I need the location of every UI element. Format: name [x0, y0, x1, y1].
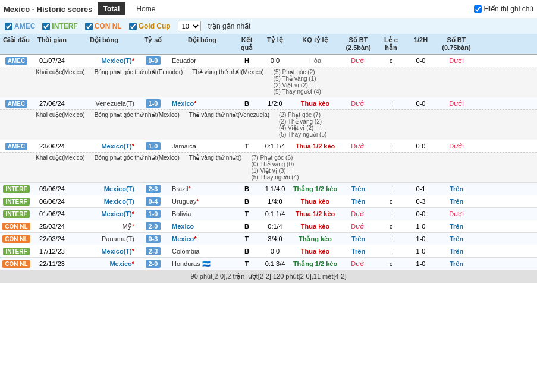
cell-team1[interactable]: Venezuela(T)	[71, 100, 137, 107]
cell-lechan: c	[378, 223, 404, 230]
detail-events: (7) Phạt góc (6)(0) Thẻ vàng (0)(1) Việt…	[251, 154, 299, 181]
cell-half: 0-1	[404, 185, 437, 192]
show-note-checkbox[interactable]	[474, 5, 482, 13]
cell-sobt2: Trên	[437, 223, 476, 230]
cell-lechan: c	[378, 57, 404, 64]
match-row[interactable]: INTERF 09/06/24 Mexico(T) 2-3 Brazil* B …	[0, 183, 537, 195]
match-group: CON NL 25/03/24 Mỹ* 2-0 Mexico B 0:1/4 T…	[0, 220, 537, 233]
col-team2: Đội bóng	[169, 36, 235, 52]
cell-lechan: l	[378, 210, 404, 217]
cell-team2[interactable]: Jamaica	[169, 143, 235, 150]
match-group: INTERF 09/06/24 Mexico(T) 2-3 Brazil* B …	[0, 183, 537, 195]
cell-half: 1-0	[404, 223, 437, 230]
cell-lechan: l	[378, 185, 404, 192]
detail-khai-cuoc: Khai cuộc(Mexico)	[36, 112, 85, 138]
match-row[interactable]: INTERF 06/06/24 Mexico(T) 0-4 Uruguay* B…	[0, 195, 537, 207]
cell-team1[interactable]: Mexico(T)*	[71, 57, 137, 64]
cell-team1[interactable]: Mỹ*	[71, 223, 137, 230]
cell-team2[interactable]: Mexico*	[169, 235, 235, 242]
cell-competition: AMEC	[0, 142, 33, 150]
footer-text: 90 phút[2-0],2 trận lượt[2-2],120 phút[2…	[191, 273, 347, 280]
cell-date: 25/03/24	[33, 223, 71, 230]
match-row[interactable]: INTERF 01/06/24 Mexico(T)* 1-0 Bolivia T…	[0, 208, 537, 220]
col-half: 1/2H	[404, 36, 437, 52]
match-row[interactable]: CON NL 25/03/24 Mỹ* 2-0 Mexico B 0:1/4 T…	[0, 220, 537, 232]
cell-team1[interactable]: Mexico(T)*	[71, 248, 137, 255]
filter-amec-checkbox[interactable]	[5, 23, 12, 30]
cell-kq: Hòa	[291, 57, 339, 64]
detail-the-vang: Thẻ vàng thứ nhất(Mexico)	[192, 69, 263, 95]
cell-team1[interactable]: Mexico(T)*	[71, 210, 137, 217]
cell-sobt1: Dưới	[339, 210, 378, 218]
filter-interf-label: INTERF	[52, 22, 77, 30]
tab-total[interactable]: Total	[98, 2, 126, 15]
match-row[interactable]: AMEC 01/07/24 Mexico(T)* 0-0 Ecuador H 0…	[0, 55, 537, 67]
cell-date: 01/06/24	[33, 210, 71, 217]
cell-ratio: 0:0	[259, 248, 291, 255]
cell-team1[interactable]: Mexico(T)*	[71, 143, 137, 150]
filter-interf-checkbox[interactable]	[42, 23, 50, 30]
detail-content: Khai cuộc(Mexico) Bóng phạt góc thứ nhất…	[36, 154, 532, 181]
cell-kq: Thua kèo	[291, 100, 339, 107]
filter-goldcup-checkbox[interactable]	[129, 23, 137, 30]
match-row[interactable]: INTERF 17/12/23 Mexico(T)* 2-3 Colombia …	[0, 245, 537, 257]
cell-team2[interactable]: Ecuador	[169, 57, 235, 64]
column-headers: Giải đấu Thời gian Đội bóng Tỷ số Đội bó…	[0, 34, 537, 55]
cell-sobt2: Trên	[437, 198, 476, 205]
cell-ratio: 1/4:0	[259, 198, 291, 205]
cell-ratio: 0:1 3/4	[259, 260, 291, 267]
cell-score: 0-0	[137, 57, 169, 64]
cell-sobt2: Dưới	[437, 210, 476, 218]
filter-row: AMEC INTERF CON NL Gold Cup 10 20 30 trậ…	[0, 18, 537, 34]
cell-team2[interactable]: Colombia	[169, 248, 235, 255]
cell-team2[interactable]: Brazil*	[169, 185, 235, 192]
cell-team1[interactable]: Mexico(T)	[71, 185, 137, 192]
cell-team2[interactable]: Honduras 🇭🇳	[169, 260, 235, 268]
match-row[interactable]: CON NL 22/03/24 Panama(T) 0-3 Mexico* T …	[0, 233, 537, 245]
match-group: INTERF 01/06/24 Mexico(T)* 1-0 Bolivia T…	[0, 208, 537, 220]
match-row[interactable]: AMEC 23/06/24 Mexico(T)* 1-0 Jamaica T 0…	[0, 140, 537, 152]
match-row[interactable]: CON NL 22/11/23 Mexico* 2-0 Honduras 🇭🇳 …	[0, 258, 537, 270]
detail-khai-cuoc: Khai cuộc(Mexico)	[36, 69, 85, 95]
detail-the-vang: Thẻ vàng thứ nhất(Venezuela)	[189, 112, 269, 138]
match-row[interactable]: AMEC 27/06/24 Venezuela(T) 1-0 Mexico* B…	[0, 97, 537, 109]
cell-kq: Thua kèo	[291, 198, 339, 205]
col-sobt1: Số BT (2.5bàn)	[339, 36, 378, 52]
cell-half: 0-0	[404, 57, 437, 64]
filter-connl-checkbox[interactable]	[85, 23, 93, 30]
match-table: AMEC 01/07/24 Mexico(T)* 0-0 Ecuador H 0…	[0, 55, 537, 270]
tab-home[interactable]: Home	[130, 2, 161, 15]
cell-date: 27/06/24	[33, 100, 71, 107]
cell-team1[interactable]: Mexico*	[71, 260, 137, 267]
cell-kq: Thắng 1/2 kèo	[291, 185, 339, 193]
detail-bong-phat-goc: Bóng phạt góc thứ nhất(Mexico)	[95, 154, 180, 181]
cell-competition: INTERF	[0, 210, 33, 218]
filter-goldcup: Gold Cup	[129, 22, 171, 30]
cell-team1[interactable]: Mexico(T)	[71, 198, 137, 205]
match-group: AMEC 23/06/24 Mexico(T)* 1-0 Jamaica T 0…	[0, 140, 537, 183]
count-select[interactable]: 10 20 30	[178, 21, 201, 31]
cell-kq: Thua kèo	[291, 248, 339, 255]
cell-half: 0-0	[404, 100, 437, 107]
col-time: Thời gian	[33, 36, 71, 52]
cell-competition: INTERF	[0, 247, 33, 255]
cell-team2[interactable]: Uruguay*	[169, 198, 235, 205]
cell-lechan: l	[378, 100, 404, 107]
col-kq: KQ tỷ lệ	[291, 36, 339, 52]
detail-row: Khai cuộc(Mexico) Bóng phạt góc thứ nhất…	[0, 109, 537, 140]
filter-connl: CON NL	[85, 22, 122, 30]
col-score: Tỷ số	[137, 36, 169, 52]
cell-result: B	[235, 100, 259, 107]
cell-date: 01/07/24	[33, 57, 71, 64]
cell-team1[interactable]: Panama(T)	[71, 235, 137, 242]
cell-sobt1: Trên	[339, 185, 378, 192]
show-note-container: Hiển thị ghi chú	[474, 5, 533, 13]
page-title: Mexico - Historic scores	[4, 5, 93, 14]
cell-lechan: c	[378, 260, 404, 267]
detail-row: Khai cuộc(Mexico) Bóng phạt góc thứ nhất…	[0, 152, 537, 182]
cell-team2[interactable]: Bolivia	[169, 210, 235, 217]
cell-team2[interactable]: Mexico*	[169, 100, 235, 107]
cell-sobt2: Dưới	[437, 57, 476, 65]
cell-team2[interactable]: Mexico	[169, 223, 235, 230]
cell-sobt1: Dưới	[339, 143, 378, 150]
